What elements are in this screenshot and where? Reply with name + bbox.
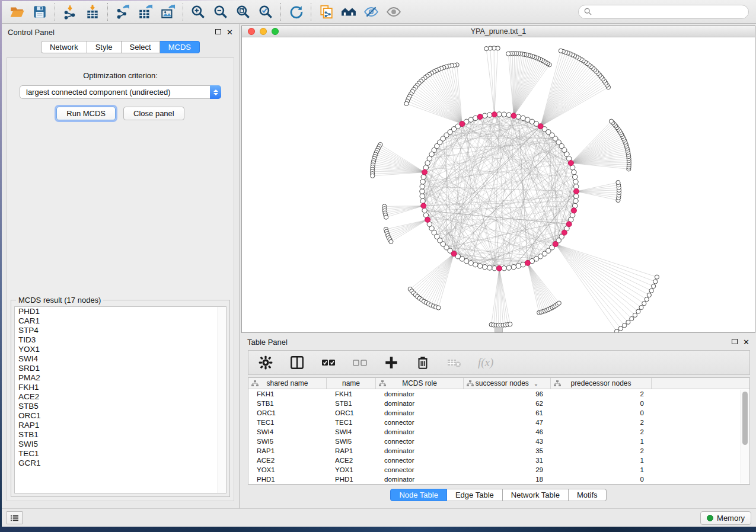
table-row[interactable]: SWI5SWI5connector431 xyxy=(248,437,749,446)
column-header-shared-name[interactable]: shared name xyxy=(248,378,327,389)
task-history-button[interactable] xyxy=(7,511,23,524)
table-row[interactable]: PHD1PHD1dominator180 xyxy=(248,475,749,484)
show-column-panel-button[interactable] xyxy=(289,355,305,370)
table-row[interactable]: ORC1ORC1dominator610 xyxy=(248,408,749,418)
mcds-result-item[interactable]: PHD1 xyxy=(15,307,226,316)
mcds-panel: Optimization criterion: largest connecte… xyxy=(7,57,234,501)
network-window-titlebar[interactable]: YPA_prune.txt_1 xyxy=(242,26,755,37)
select-stepper-icon xyxy=(210,85,221,99)
duplicate-network-button[interactable] xyxy=(315,2,337,21)
column-header-name[interactable]: name xyxy=(327,378,376,389)
first-neighbors-button[interactable] xyxy=(337,2,360,21)
close-panel-icon[interactable]: ✕ xyxy=(227,28,233,36)
mcds-list-scrollbar[interactable] xyxy=(218,307,226,493)
houses-icon xyxy=(341,4,356,20)
save-session-button[interactable] xyxy=(28,2,51,21)
zoom-out-button[interactable] xyxy=(209,2,232,21)
column-header-MCDS-role[interactable]: MCDS role xyxy=(376,378,464,389)
hide-selected-button[interactable] xyxy=(360,2,382,21)
zoom-fit-button[interactable] xyxy=(232,2,254,21)
table-cell: 1 xyxy=(551,457,652,464)
mcds-result-item[interactable]: GCR1 xyxy=(15,459,226,468)
mcds-result-item[interactable]: YOX1 xyxy=(15,345,226,354)
mcds-result-item[interactable]: TEC1 xyxy=(15,449,226,459)
show-all-button[interactable] xyxy=(382,2,405,21)
export-table-button[interactable] xyxy=(134,2,157,21)
table-cell: 2 xyxy=(551,390,652,398)
mcds-result-item[interactable]: TID3 xyxy=(15,335,226,345)
table-row[interactable]: TEC1TEC1connector472 xyxy=(248,418,749,427)
network-canvas[interactable] xyxy=(242,38,755,332)
table-row[interactable]: SWI4SWI4dominator462 xyxy=(248,427,749,437)
table-cell: ACE2 xyxy=(248,457,327,464)
memory-label: Memory xyxy=(717,514,745,523)
table-row[interactable]: STB1STB1dominator620 xyxy=(248,399,749,408)
mcds-result-item[interactable]: PMA2 xyxy=(15,373,226,383)
column-header-successor-nodes[interactable]: successor nodes⌄ xyxy=(464,378,551,389)
table-cell: YOX1 xyxy=(327,466,376,473)
canvas-splitter-handle[interactable] xyxy=(495,327,503,332)
mcds-result-item[interactable]: SRD1 xyxy=(15,364,226,373)
zoom-selected-button[interactable] xyxy=(254,2,277,21)
control-panel: Control Panel ✕ NetworkStyleSelectMCDS O… xyxy=(2,24,240,508)
tab-edge-table[interactable]: Edge Table xyxy=(447,489,503,501)
memory-button[interactable]: Memory xyxy=(700,511,751,525)
tab-network[interactable]: Network xyxy=(41,41,87,53)
column-header-predecessor-nodes[interactable]: predecessor nodes xyxy=(551,378,652,389)
mcds-result-item[interactable]: CAR1 xyxy=(15,316,226,326)
tab-network-table[interactable]: Network Table xyxy=(503,489,569,501)
mcds-result-item[interactable]: SWI4 xyxy=(15,354,226,364)
mcds-result-item[interactable]: ACE2 xyxy=(15,392,226,402)
open-file-button[interactable] xyxy=(6,2,28,21)
mcds-result-item[interactable]: RAP1 xyxy=(15,421,226,430)
zoom-in-icon xyxy=(190,4,206,20)
toolbar-separator xyxy=(280,3,281,21)
mcds-result-item[interactable]: ORC1 xyxy=(15,411,226,421)
search-box[interactable] xyxy=(578,5,749,19)
tab-mcds[interactable]: MCDS xyxy=(160,41,200,53)
table-cell: TEC1 xyxy=(248,419,327,426)
delete-column-button[interactable] xyxy=(415,355,430,370)
select-all-columns-button[interactable] xyxy=(321,355,336,370)
import-table-button[interactable] xyxy=(81,2,104,21)
table-row[interactable]: FKH1FKH1dominator962 xyxy=(248,389,749,399)
search-input[interactable] xyxy=(595,7,743,16)
close-panel-button[interactable]: Close panel xyxy=(123,107,184,120)
tab-style[interactable]: Style xyxy=(87,41,122,53)
apply-layout-button[interactable] xyxy=(285,2,307,21)
deselect-all-columns-button[interactable] xyxy=(352,355,368,370)
mcds-result-item[interactable]: STB5 xyxy=(15,402,226,411)
network-graph[interactable] xyxy=(242,38,755,332)
import-network-button[interactable] xyxy=(59,2,81,21)
tab-node-table[interactable]: Node Table xyxy=(390,489,447,501)
mcds-result-item[interactable]: SWI5 xyxy=(15,440,226,449)
table-row[interactable]: RAP1RAP1dominator352 xyxy=(248,446,749,456)
tab-select[interactable]: Select xyxy=(122,41,160,53)
refresh-icon xyxy=(288,4,304,20)
zoom-in-button[interactable] xyxy=(187,2,209,21)
mcds-result-list[interactable]: PHD1CAR1STP4TID3YOX1SWI4SRD1PMA2FKH1ACE2… xyxy=(14,306,227,493)
float-table-panel-icon[interactable] xyxy=(732,338,738,345)
mcds-result-item[interactable]: STB1 xyxy=(15,430,226,440)
mcds-result-item[interactable]: STP4 xyxy=(15,326,226,335)
node-table: shared namenameMCDS rolesuccessor nodes⌄… xyxy=(248,377,750,485)
run-mcds-button[interactable]: Run MCDS xyxy=(56,107,116,120)
float-panel-icon[interactable] xyxy=(215,28,221,36)
columns-icon xyxy=(289,355,305,370)
close-table-panel-icon[interactable]: ✕ xyxy=(743,338,749,346)
export-network-icon xyxy=(115,4,130,20)
export-network-button[interactable] xyxy=(111,2,134,21)
table-row[interactable]: YOX1YOX1connector291 xyxy=(248,465,749,475)
create-column-button[interactable] xyxy=(384,355,399,370)
mcds-result-item[interactable]: FKH1 xyxy=(15,383,226,392)
optimization-criterion-select[interactable]: largest connected component (undirected) xyxy=(20,85,221,99)
table-row[interactable]: ACE2ACE2connector311 xyxy=(248,456,749,465)
table-scrollbar-thumb[interactable] xyxy=(742,392,748,445)
table-cell: 0 xyxy=(551,400,652,407)
table-settings-button[interactable] xyxy=(258,355,273,370)
table-scrollbar[interactable] xyxy=(741,390,749,483)
tab-motifs[interactable]: Motifs xyxy=(569,489,607,501)
table-cell: 18 xyxy=(464,476,551,483)
export-image-button[interactable] xyxy=(157,2,179,21)
table-cell: dominator xyxy=(376,409,464,416)
